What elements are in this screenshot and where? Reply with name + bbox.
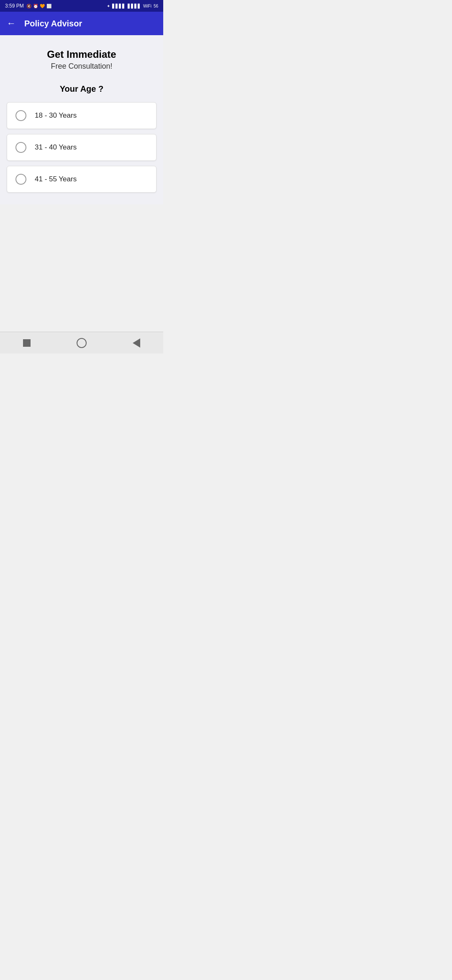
nav-square-button[interactable] [23,339,31,347]
signal2-icon: ▋▋▋▋ [128,4,141,8]
promo-section: Get Immediate Free Consultation! [47,49,116,71]
signal1-icon: ▋▋▋▋ [112,4,126,8]
status-bar-right: ✦ ▋▋▋▋ ▋▋▋▋ WiFi 56 [107,4,158,8]
cast-icon: ⬜ [46,4,51,8]
alarm-icon: ⏰ [33,4,38,8]
status-icons: 🔇 ⏰ 🧡 ⬜ [26,4,51,8]
question-title: Your Age ? [60,84,103,94]
back-button[interactable]: ← [7,18,16,29]
promo-subtitle: Free Consultation! [47,62,116,71]
mute-icon: 🔇 [26,4,31,8]
age-option-1[interactable]: 18 - 30 Years [7,102,157,129]
main-content: Get Immediate Free Consultation! Your Ag… [0,35,163,204]
nav-home-button[interactable] [77,338,87,348]
bluetooth-icon: ✦ [107,4,110,8]
header-title: Policy Advisor [24,19,82,28]
age-option-2[interactable]: 31 - 40 Years [7,134,157,161]
radio-button-2[interactable] [15,142,26,153]
nav-back-button[interactable] [133,338,140,348]
status-time: 3:59 PM [5,3,24,9]
app-header: ← Policy Advisor [0,12,163,35]
age-option-2-label: 31 - 40 Years [35,143,77,152]
options-container: 18 - 30 Years 31 - 40 Years 41 - 55 Year… [7,102,157,198]
status-bar-left: 3:59 PM 🔇 ⏰ 🧡 ⬜ [5,3,51,9]
status-bar: 3:59 PM 🔇 ⏰ 🧡 ⬜ ✦ ▋▋▋▋ ▋▋▋▋ WiFi 56 [0,0,163,12]
heart-icon: 🧡 [40,4,45,8]
radio-button-3[interactable] [15,174,26,185]
triangle-icon [133,338,140,348]
age-option-1-label: 18 - 30 Years [35,111,77,120]
wifi-icon: WiFi [143,4,152,8]
battery-icon: 56 [154,4,158,8]
promo-title: Get Immediate [47,49,116,60]
age-option-3-label: 41 - 55 Years [35,175,77,183]
bottom-nav [0,332,163,353]
square-icon [23,339,31,347]
age-option-3[interactable]: 41 - 55 Years [7,166,157,193]
radio-button-1[interactable] [15,110,26,121]
circle-icon [77,338,87,348]
